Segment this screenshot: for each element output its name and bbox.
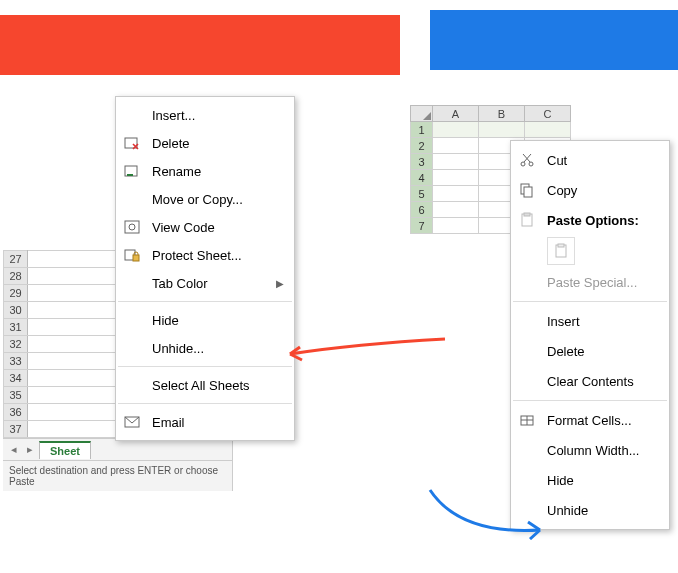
menu-paste-options-header: Paste Options:	[511, 205, 669, 235]
menu-separator	[118, 301, 292, 302]
blank-icon	[517, 440, 537, 460]
svg-rect-3	[125, 221, 139, 233]
row-header[interactable]: 27	[4, 251, 28, 268]
menu-column-width[interactable]: Column Width...	[511, 435, 669, 465]
menu-delete[interactable]: Delete	[116, 129, 294, 157]
blank-icon	[517, 341, 537, 361]
select-all-corner[interactable]	[411, 106, 433, 122]
cut-icon	[517, 150, 537, 170]
svg-point-4	[129, 224, 135, 230]
email-icon	[122, 412, 142, 432]
paste-option-default[interactable]	[547, 237, 575, 265]
menu-view-code[interactable]: View Code	[116, 213, 294, 241]
svg-rect-11	[524, 187, 532, 197]
menu-insert-rows[interactable]: Insert	[511, 306, 669, 336]
sheet-tab-bar: ◂ ▸ Sheet	[3, 438, 232, 460]
blank-icon	[122, 375, 142, 395]
menu-separator	[513, 301, 667, 302]
menu-separator	[118, 366, 292, 367]
delete-sheet-icon	[122, 133, 142, 153]
menu-paste-special: Paste Special...	[511, 267, 669, 297]
copy-icon	[517, 180, 537, 200]
blank-icon	[122, 310, 142, 330]
blank-icon	[517, 311, 537, 331]
col-header[interactable]: A	[433, 106, 479, 122]
svg-point-8	[521, 162, 525, 166]
row-context-menu: Cut Copy Paste Options: Paste Special...…	[510, 140, 670, 530]
code-icon	[122, 217, 142, 237]
row-header[interactable]: 32	[4, 336, 28, 353]
menu-delete-rows[interactable]: Delete	[511, 336, 669, 366]
status-bar: Select destination and press ENTER or ch…	[3, 460, 232, 491]
row-header[interactable]: 1	[411, 122, 433, 138]
svg-rect-13	[524, 213, 530, 216]
banner-red	[0, 15, 400, 75]
menu-unhide-rows[interactable]: Unhide	[511, 495, 669, 525]
row-header[interactable]: 7	[411, 218, 433, 234]
blank-icon	[517, 470, 537, 490]
blank-icon	[122, 338, 142, 358]
menu-format-cells[interactable]: Format Cells...	[511, 405, 669, 435]
menu-unhide[interactable]: Unhide...	[116, 334, 294, 362]
menu-select-all-sheets[interactable]: Select All Sheets	[116, 371, 294, 399]
lock-icon	[122, 245, 142, 265]
row-header[interactable]: 34	[4, 370, 28, 387]
format-cells-icon	[517, 410, 537, 430]
sheet-tab-context-menu: Insert... Delete Rename Move or Copy... …	[115, 96, 295, 441]
row-header[interactable]: 4	[411, 170, 433, 186]
row-header[interactable]: 29	[4, 285, 28, 302]
col-header[interactable]: C	[525, 106, 571, 122]
menu-move-or-copy[interactable]: Move or Copy...	[116, 185, 294, 213]
svg-rect-15	[558, 244, 564, 247]
menu-separator	[513, 400, 667, 401]
banner-blue	[430, 10, 678, 70]
menu-insert[interactable]: Insert...	[116, 101, 294, 129]
menu-tab-color[interactable]: Tab Color ▶	[116, 269, 294, 297]
row-header[interactable]: 35	[4, 387, 28, 404]
svg-rect-6	[133, 255, 139, 261]
blank-icon	[122, 273, 142, 293]
row-header[interactable]: 33	[4, 353, 28, 370]
tab-nav-first-icon[interactable]: ◂	[7, 443, 21, 457]
menu-separator	[118, 403, 292, 404]
row-header[interactable]: 3	[411, 154, 433, 170]
menu-hide-rows[interactable]: Hide	[511, 465, 669, 495]
row-header[interactable]: 36	[4, 404, 28, 421]
submenu-arrow-icon: ▶	[276, 278, 284, 289]
tab-nav-last-icon[interactable]: ▸	[23, 443, 37, 457]
row-header[interactable]: 30	[4, 302, 28, 319]
svg-rect-2	[127, 174, 133, 176]
blank-icon	[122, 189, 142, 209]
blank-icon	[517, 272, 537, 292]
row-header[interactable]: 37	[4, 421, 28, 438]
row-header[interactable]: 6	[411, 202, 433, 218]
row-header[interactable]: 31	[4, 319, 28, 336]
sheet-tab-active[interactable]: Sheet	[39, 441, 91, 459]
annotation-arrow-red	[275, 334, 455, 374]
menu-protect-sheet[interactable]: Protect Sheet...	[116, 241, 294, 269]
row-header[interactable]: 2	[411, 138, 433, 154]
blank-icon	[517, 500, 537, 520]
menu-clear-contents[interactable]: Clear Contents	[511, 366, 669, 396]
svg-point-9	[529, 162, 533, 166]
menu-copy[interactable]: Copy	[511, 175, 669, 205]
rename-icon	[122, 161, 142, 181]
row-header[interactable]: 5	[411, 186, 433, 202]
blank-icon	[122, 105, 142, 125]
menu-hide[interactable]: Hide	[116, 306, 294, 334]
col-header[interactable]: B	[479, 106, 525, 122]
paste-icon	[517, 210, 537, 230]
menu-rename[interactable]: Rename	[116, 157, 294, 185]
menu-email[interactable]: Email	[116, 408, 294, 436]
row-header[interactable]: 28	[4, 268, 28, 285]
blank-icon	[517, 371, 537, 391]
menu-cut[interactable]: Cut	[511, 145, 669, 175]
